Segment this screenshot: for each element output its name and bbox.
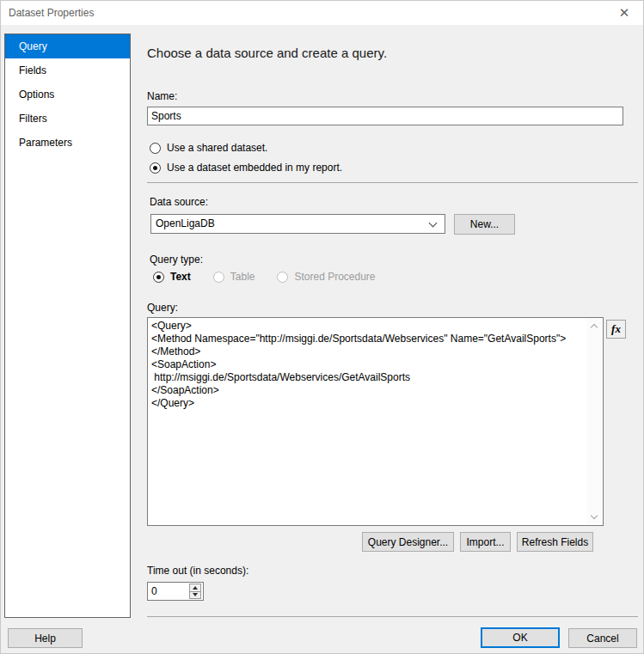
name-label: Name: <box>147 90 177 102</box>
query-type-storedproc-radio <box>277 272 288 283</box>
sidebar-item-fields[interactable]: Fields <box>5 58 130 83</box>
timeout-value[interactable]: 0 <box>151 585 157 597</box>
help-button[interactable]: Help <box>8 628 83 648</box>
query-type-text-label: Text <box>170 271 191 283</box>
query-type-text-radio[interactable] <box>153 272 164 283</box>
query-designer-button[interactable]: Query Designer... <box>362 532 454 552</box>
new-data-source-button[interactable]: New... <box>454 214 515 235</box>
data-source-value: OpenLigaDB <box>156 217 215 229</box>
sidebar-item-options[interactable]: Options <box>5 83 130 107</box>
embedded-dataset-radio[interactable] <box>150 162 161 174</box>
query-type-radio-group: Text Table Stored Procedure <box>153 271 398 283</box>
query-type-table-option: Table <box>213 271 255 283</box>
sidebar-item-filters[interactable]: Filters <box>5 107 130 131</box>
shared-dataset-radio[interactable] <box>150 143 161 154</box>
query-type-storedproc-label: Stored Procedure <box>294 271 375 283</box>
name-input[interactable]: Sports <box>147 107 623 125</box>
query-label: Query: <box>147 302 178 314</box>
scroll-up-icon[interactable] <box>591 324 598 331</box>
query-type-text-option[interactable]: Text <box>153 271 191 283</box>
ok-button[interactable]: OK <box>481 627 560 648</box>
timeout-spin-buttons <box>189 584 201 599</box>
embedded-dataset-radio-row: Use a dataset embedded in my report. <box>150 162 342 174</box>
page-heading: Choose a data source and create a query. <box>147 46 387 60</box>
close-icon[interactable]: ✕ <box>615 4 634 21</box>
timeout-spinner[interactable]: 0 <box>147 582 204 601</box>
query-text-content[interactable]: <Query> <Method Namespace="http://msiggi… <box>151 320 584 523</box>
import-button[interactable]: Import... <box>460 532 511 552</box>
sidebar-item-query[interactable]: Query <box>5 34 130 58</box>
cancel-button[interactable]: Cancel <box>568 628 637 648</box>
shared-dataset-radio-row: Use a shared dataset. <box>150 142 267 154</box>
scroll-down-icon[interactable] <box>591 512 598 519</box>
embedded-dataset-label: Use a dataset embedded in my report. <box>167 162 342 174</box>
spin-up-button[interactable] <box>189 584 201 592</box>
arrow-up-icon <box>193 586 198 590</box>
data-source-label: Data source: <box>150 196 208 208</box>
timeout-label: Time out (in seconds): <box>147 565 248 577</box>
dataset-properties-dialog: { "window": { "title": "Dataset Properti… <box>0 0 644 654</box>
section-divider-top <box>147 182 638 183</box>
query-type-label: Query type: <box>150 254 203 266</box>
page-list: Query Fields Options Filters Parameters <box>4 34 131 618</box>
query-text-editor[interactable]: <Query> <Method Namespace="http://msiggi… <box>147 317 604 526</box>
sidebar-item-parameters[interactable]: Parameters <box>5 131 130 155</box>
data-source-combobox[interactable]: OpenLigaDB <box>150 214 445 234</box>
query-type-table-radio <box>213 272 224 283</box>
refresh-fields-button[interactable]: Refresh Fields <box>517 532 593 552</box>
spin-down-button[interactable] <box>189 592 201 600</box>
arrow-down-icon <box>193 593 198 596</box>
query-type-table-label: Table <box>230 271 255 283</box>
title-bar: Dataset Properties ✕ <box>1 1 643 25</box>
query-scrollbar[interactable] <box>587 319 602 524</box>
dialog-title: Dataset Properties <box>9 7 94 19</box>
fx-icon: fx <box>611 322 621 335</box>
shared-dataset-label: Use a shared dataset. <box>167 142 267 154</box>
chevron-down-icon <box>429 219 438 228</box>
query-type-storedproc-option: Stored Procedure <box>277 271 375 283</box>
section-divider-bottom <box>147 616 638 617</box>
fx-expression-button[interactable]: fx <box>606 320 626 339</box>
